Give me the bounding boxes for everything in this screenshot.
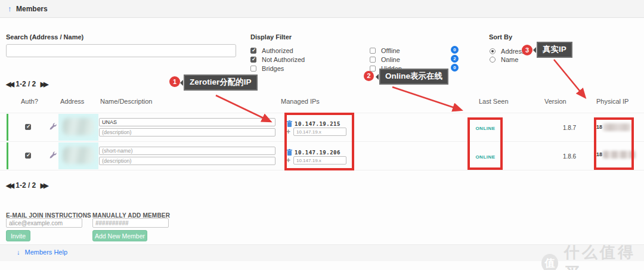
bridges-checkbox[interactable] <box>250 66 256 72</box>
col-header-version: Version <box>544 98 566 105</box>
member-row: 10.147.19.215 + ONLINE 1.8.7 18 <box>0 113 644 141</box>
member-id-input[interactable] <box>92 218 169 228</box>
offline-checkbox[interactable] <box>370 48 376 54</box>
invite-button[interactable]: Invite <box>6 230 30 241</box>
watermark-text: 什么值得买 <box>564 242 644 270</box>
last-seen-status: ONLINE <box>467 126 503 131</box>
managed-ip-value: 10.147.19.215 <box>295 121 340 127</box>
authorized-checkbox[interactable] <box>250 48 256 54</box>
version-value: 1.8.7 <box>552 125 587 131</box>
add-ip-input[interactable] <box>293 128 346 136</box>
members-section-header[interactable]: ↑ Members <box>0 0 644 18</box>
add-new-member-button[interactable]: Add New Member <box>92 230 147 241</box>
managed-ip-value: 10.147.19.206 <box>295 150 340 156</box>
email-input[interactable] <box>6 218 82 228</box>
version-value: 1.8.6 <box>552 153 587 160</box>
member-address-redacted[interactable] <box>58 142 98 169</box>
search-input[interactable] <box>6 44 236 57</box>
authorized-indicator-bar <box>7 114 8 141</box>
not-authorized-checkbox[interactable] <box>250 57 256 63</box>
sort-by-label: Sort By <box>489 33 512 41</box>
arrow-to-online <box>392 87 460 110</box>
auth-checkbox[interactable] <box>25 124 31 130</box>
search-label: Search (Address / Name) <box>6 33 83 41</box>
col-header-name: Name/Description <box>100 98 152 105</box>
col-header-auth: Auth? <box>21 98 38 105</box>
annotation-3-tooltip: 真实IP <box>537 42 572 58</box>
member-description-input[interactable] <box>99 157 275 165</box>
last-seen-status: ONLINE <box>467 154 503 160</box>
delete-ip-icon[interactable] <box>287 149 292 156</box>
member-address-redacted[interactable] <box>58 114 98 141</box>
watermark-logo-icon: 值 <box>541 254 558 270</box>
filter-bridges[interactable]: Bridges <box>250 64 284 72</box>
settings-wrench-icon[interactable] <box>49 151 57 159</box>
down-arrow-icon: ↓ <box>17 249 20 256</box>
members-help-link[interactable]: ↓Members Help <box>17 249 67 256</box>
delete-ip-icon[interactable] <box>287 120 292 127</box>
physical-ip-prefix: 18 <box>596 124 602 130</box>
display-filter-label: Display Filter <box>250 33 292 41</box>
hidden-count-badge: 0 <box>451 64 459 72</box>
filter-authorized[interactable]: Authorized <box>250 46 293 54</box>
blurred-physical-ip <box>603 123 631 131</box>
annotation-3-badge: 3 <box>522 45 532 55</box>
prev-page-icon[interactable]: ◀◀ <box>6 182 13 189</box>
arrow-to-physical-ip <box>554 60 584 97</box>
sort-address-radio[interactable] <box>490 48 496 54</box>
member-name-input[interactable] <box>99 118 275 126</box>
add-ip-plus-icon[interactable]: + <box>286 156 290 165</box>
section-title: Members <box>16 5 48 13</box>
physical-ip-value: 18 <box>596 151 636 159</box>
annotation-2-tooltip: Online表示在线 <box>379 69 448 85</box>
collapse-up-icon: ↑ <box>8 4 12 13</box>
annotation-2-badge: 2 <box>364 71 374 81</box>
col-header-managed-ips: Managed IPs <box>281 98 320 105</box>
next-page-icon[interactable]: ▶▶ <box>41 80 47 88</box>
auth-checkbox[interactable] <box>25 153 31 159</box>
blurred-address-text <box>63 147 94 164</box>
sort-name-radio[interactable] <box>490 57 496 63</box>
col-header-address: Address <box>60 98 84 105</box>
pagination-top: ◀◀ 1-2 / 2 ▶▶ <box>6 80 48 88</box>
physical-ip-value: 18 <box>596 123 631 131</box>
members-panel: ↑ Members Search (Address / Name) Displa… <box>0 0 644 270</box>
blurred-address-text <box>63 118 94 135</box>
add-ip-plus-icon[interactable]: + <box>286 128 290 136</box>
member-description-input[interactable] <box>99 128 275 136</box>
annotation-1-tooltip: Zerotier分配的IP <box>184 75 258 91</box>
annotation-1-badge: 1 <box>169 76 180 87</box>
col-header-physical-ip: Physical IP <box>596 98 628 105</box>
online-checkbox[interactable] <box>370 57 376 63</box>
sort-name-option[interactable]: Name <box>490 55 518 63</box>
filter-online[interactable]: Online <box>370 55 400 63</box>
col-header-last-seen: Last Seen <box>479 98 509 105</box>
settings-wrench-icon[interactable] <box>49 122 57 131</box>
page-range: 1-2 / 2 <box>16 181 36 190</box>
pagination-bottom: ◀◀ 1-2 / 2 ▶▶ <box>6 181 48 190</box>
add-ip-input[interactable] <box>293 156 346 165</box>
authorized-indicator-bar <box>7 142 8 169</box>
filter-not-authorized[interactable]: Not Authorized <box>250 55 305 63</box>
member-row: 10.147.19.206 + ONLINE 1.8.6 18 <box>0 142 644 170</box>
sort-address-option[interactable]: Address <box>490 47 525 55</box>
page-range: 1-2 / 2 <box>16 80 36 88</box>
member-name-input[interactable] <box>99 147 275 155</box>
filter-offline[interactable]: Offline <box>370 46 400 54</box>
physical-ip-prefix: 18 <box>596 151 602 157</box>
next-page-icon[interactable]: ▶▶ <box>41 182 47 189</box>
watermark: 值 什么值得买 <box>541 242 644 270</box>
online-count-badge: 2 <box>451 55 459 63</box>
offline-count-badge: 0 <box>451 46 459 54</box>
blurred-physical-ip <box>603 151 636 159</box>
prev-page-icon[interactable]: ◀◀ <box>6 80 13 88</box>
